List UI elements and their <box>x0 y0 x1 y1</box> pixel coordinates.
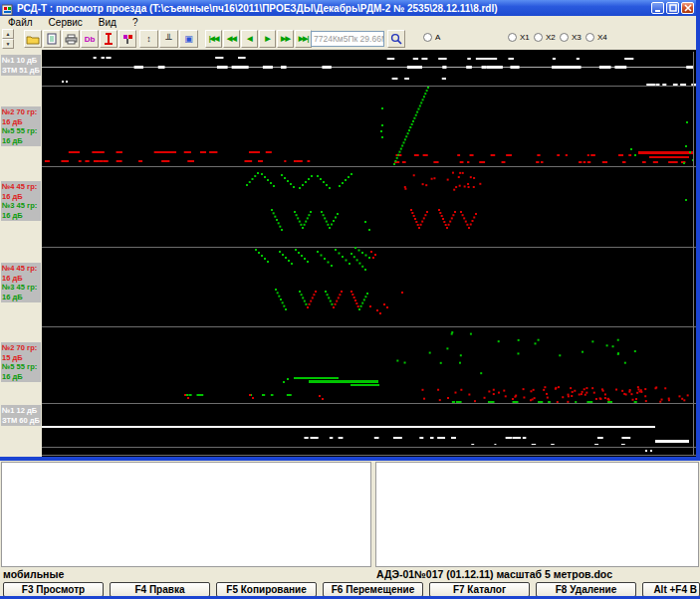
channel-text: 16 дБ <box>2 117 40 127</box>
maximize-button[interactable] <box>666 2 679 14</box>
channel-label-6: №1 12 дБ ЗТМ 60 дБ <box>1 405 41 426</box>
status-right: АДЭ-01№017 (01.12.11) масштаб 5 метров.d… <box>376 567 612 582</box>
rail-marker-icon <box>121 33 133 45</box>
database-button[interactable]: Db <box>81 30 99 48</box>
nav-rewind-icon: ◀◀ <box>227 35 236 43</box>
fkey-f3-view-button[interactable]: F3 Просмотр <box>3 582 104 597</box>
channel-text: 16 дБ <box>2 211 40 221</box>
minimize-button[interactable] <box>651 2 664 14</box>
channel-text: №4 45 гр: <box>2 264 40 274</box>
fkey-f5-copy-button[interactable]: F5 Копирование <box>216 582 317 597</box>
app-icon <box>2 2 14 14</box>
menu-file[interactable]: Файл <box>0 17 41 28</box>
scale-radio-x1[interactable]: X1 <box>508 33 530 42</box>
defectogram-canvas[interactable] <box>42 50 696 457</box>
spinner: ▲ ▼ <box>2 29 14 49</box>
radio-circle <box>534 33 543 42</box>
channel-text: 16 дБ <box>2 274 40 284</box>
channel-text: 16 дБ <box>2 192 40 202</box>
folder-open-icon <box>26 34 40 45</box>
channel-text: №1 12 дБ <box>2 406 40 416</box>
fkey-f8-delete-button[interactable]: F8 Удаление <box>536 582 636 597</box>
channel-text: 16 дБ <box>2 136 40 146</box>
screen-icon: ▣ <box>184 34 193 44</box>
nav-first-button[interactable]: |◀◀ <box>205 30 222 48</box>
screen: РСД-Т : просмотр проезда (T:\съемные\пч1… <box>0 0 700 599</box>
scale-radio-x4[interactable]: X4 <box>585 33 607 42</box>
nav-last-icon: ▶▶| <box>299 35 309 43</box>
menu-bar: Файл Сервис Вид ? <box>0 16 696 29</box>
title-bar[interactable]: РСД-Т : просмотр проезда (T:\съемные\пч1… <box>0 0 696 16</box>
channel-text: №4 45 гр: <box>2 182 40 192</box>
radio-circle <box>560 33 569 42</box>
channel-label-4: №4 45 гр: 16 дБ №3 45 гр: 16 дБ <box>1 263 41 302</box>
spinner-down-button[interactable]: ▼ <box>2 39 14 49</box>
nav-last-button[interactable]: ▶▶| <box>295 30 312 48</box>
horizontal-scale-button[interactable]: ╨ <box>159 30 178 48</box>
fkey-f4-edit-button[interactable]: F4 Правка <box>110 582 210 597</box>
radio-circle <box>585 33 594 42</box>
channel-text: №5 55 гр: <box>2 126 40 136</box>
channel-text: 15 дБ <box>2 353 40 363</box>
report-button[interactable] <box>43 30 61 48</box>
spinner-up-button[interactable]: ▲ <box>2 29 14 39</box>
close-button[interactable] <box>681 2 694 14</box>
scale-radio-x3[interactable]: X3 <box>560 33 582 42</box>
toolbar: ▲ ▼ Db ↕ <box>0 29 696 51</box>
channel-text: №2 70 гр: <box>2 343 40 353</box>
channel-text: №3 45 гр: <box>2 201 40 211</box>
radio-label: X4 <box>597 33 607 42</box>
channel-text: 16 дБ <box>2 372 40 382</box>
fkey-f7-mkdir-button[interactable]: F7 Каталог <box>429 582 530 597</box>
fkey-f6-move-button[interactable]: F6 Перемещение <box>323 582 423 597</box>
vertical-scale-button[interactable]: ↕ <box>139 30 158 48</box>
scale-radio-a[interactable]: А <box>423 33 440 42</box>
rail-profile-icon <box>104 33 114 45</box>
radio-circle <box>508 33 517 42</box>
channel-label-5: №2 70 гр: 15 дБ №5 55 гр: 16 дБ <box>1 342 41 382</box>
print-button[interactable] <box>62 30 80 48</box>
channel-label-1: №1 10 дБ ЗТМ 51 дБ <box>1 55 41 76</box>
rail-section-button[interactable] <box>100 30 117 48</box>
fkey-altf4-exit-button[interactable]: Alt +F4 В <box>642 582 700 597</box>
nav-prev-icon: ◀ <box>247 35 251 43</box>
app-window: РСД-Т : просмотр проезда (T:\съемные\пч1… <box>0 0 700 461</box>
channel-text: №2 70 гр: <box>2 107 40 117</box>
document-icon <box>47 33 57 45</box>
channel-text: №5 55 гр: <box>2 362 40 372</box>
menu-help[interactable]: ? <box>124 17 146 28</box>
radio-circle <box>423 33 432 42</box>
channel-text: ЗТМ 51 дБ <box>2 66 40 76</box>
db-icon: Db <box>85 35 96 44</box>
radio-label: А <box>435 33 440 42</box>
channel-text: ЗТМ 60 дБ <box>2 416 40 426</box>
radio-label: X2 <box>546 33 556 42</box>
nav-forward-button[interactable]: ▶▶ <box>277 30 294 48</box>
rail-marker-button[interactable] <box>118 30 136 48</box>
channel-text: №1 10 дБ <box>2 56 40 66</box>
file-panel-left[interactable] <box>1 462 371 567</box>
printer-icon <box>65 34 78 45</box>
channel-label-3: №4 45 гр: 16 дБ №3 45 гр: 16 дБ <box>1 181 41 221</box>
search-icon <box>390 33 402 45</box>
radio-label: X1 <box>520 33 530 42</box>
nav-forward-icon: ▶▶ <box>281 35 290 43</box>
scale-radio-x2[interactable]: X2 <box>534 33 556 42</box>
coordinate-input[interactable]: 7724Км5Пк 29.66М <box>311 31 384 47</box>
menu-service[interactable]: Сервис <box>41 17 91 28</box>
channel-text: №3 45 гр: <box>2 283 40 293</box>
search-button[interactable] <box>387 30 405 48</box>
nav-rewind-button[interactable]: ◀◀ <box>223 30 240 48</box>
open-file-button[interactable] <box>24 30 42 48</box>
nav-first-icon: |◀◀ <box>209 35 219 43</box>
nav-next-button[interactable]: ▶ <box>259 30 276 48</box>
nav-prev-button[interactable]: ◀ <box>241 30 258 48</box>
radio-label: X3 <box>572 33 582 42</box>
status-left: мобильные <box>3 567 64 582</box>
file-panel-right[interactable] <box>375 462 699 567</box>
channel-label-2: №2 70 гр: 16 дБ №5 55 гр: 16 дБ <box>1 106 41 146</box>
channel-label-gutter: №1 10 дБ ЗТМ 51 дБ №2 70 гр: 16 дБ №5 55… <box>0 50 42 457</box>
menu-view[interactable]: Вид <box>91 17 124 28</box>
screen-mode-button[interactable]: ▣ <box>179 30 198 48</box>
vertical-scale-icon: ↕ <box>146 34 151 44</box>
